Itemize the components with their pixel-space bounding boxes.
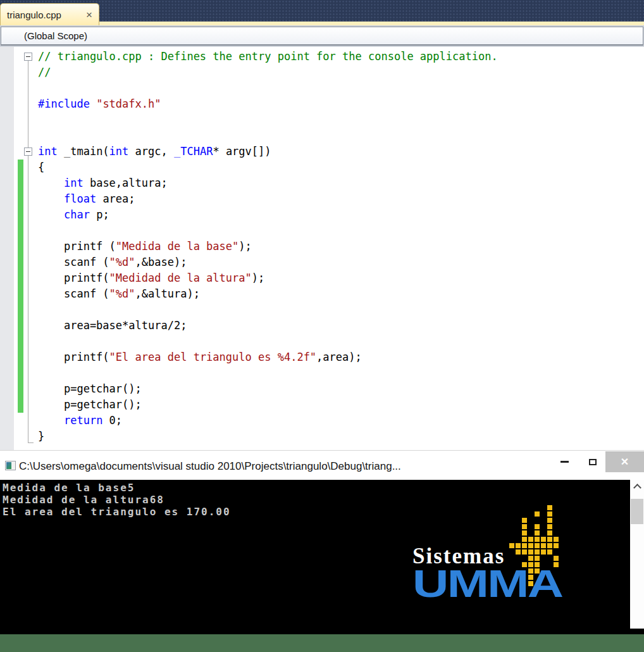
document-tab-strip: triangulo.cpp ×	[0, 0, 644, 25]
code-line: p=getchar();	[38, 397, 498, 413]
console-app-icon	[5, 461, 16, 470]
logo-title: UMMA	[412, 564, 562, 603]
tab-triangulo-cpp[interactable]: triangulo.cpp ×	[0, 3, 99, 25]
minimize-icon	[560, 461, 569, 463]
collapse-minus-icon[interactable]	[24, 147, 32, 156]
indicator-margin	[0, 47, 14, 450]
logo-subtitle: Sistemas	[412, 544, 505, 569]
code-line: area=base*altura/2;	[38, 318, 498, 334]
code-line: int _tmain(int argc, _TCHAR* argv[])	[38, 144, 498, 160]
bottom-strip	[0, 634, 644, 652]
console-window: C:\Users\omega\documents\visual studio 2…	[0, 450, 644, 634]
code-line: scanf ("%d",&altura);	[38, 286, 498, 302]
tab-close-icon[interactable]: ×	[86, 9, 92, 20]
scope-dropdown[interactable]: (Global Scope)	[1, 27, 643, 46]
code-line: p=getchar();	[38, 381, 498, 397]
console-output-line: Medida de la base5	[3, 482, 231, 494]
ide-window: triangulo.cpp × (Global Scope) // triang…	[0, 0, 644, 652]
console-output-line: El area del triangulo es 170.00	[3, 506, 231, 518]
change-tracking-bar	[18, 160, 23, 413]
outline-guide-line	[28, 61, 28, 443]
console-scrollbar[interactable]	[630, 480, 644, 629]
code-text: // triangulo.cpp : Defines the entry poi…	[38, 49, 498, 444]
code-line: int base,altura;	[38, 175, 498, 191]
code-line: scanf ("%d",&base);	[38, 254, 498, 270]
code-line: }	[38, 429, 498, 444]
console-output: Medida de la base5Medidad de la altura68…	[3, 482, 231, 518]
code-line: //	[38, 65, 498, 80]
code-line: {	[38, 160, 498, 175]
navigation-bar: (Global Scope)	[0, 25, 644, 47]
scroll-up-button[interactable]	[630, 480, 644, 492]
code-line: float area;	[38, 191, 498, 207]
maximize-button[interactable]	[580, 451, 605, 472]
console-title-bar[interactable]: C:\Users\omega\documents\visual studio 2…	[0, 450, 644, 480]
code-line	[38, 128, 498, 144]
minimize-button[interactable]	[552, 451, 577, 472]
code-line: char p;	[38, 207, 498, 223]
tab-title: triangulo.cpp	[1, 9, 61, 20]
console-title-text: C:\Users\omega\documents\visual studio 2…	[19, 451, 401, 480]
code-line	[38, 302, 498, 318]
code-line: printf("Medidad de la altura");	[38, 270, 498, 286]
code-line: printf("El area del triangulo es %4.2f",…	[38, 349, 498, 365]
code-line: printf ("Medida de la base");	[38, 239, 498, 254]
scope-dropdown-value: (Global Scope)	[1, 30, 87, 41]
scrollbar-thumb[interactable]	[631, 499, 643, 524]
code-line	[38, 334, 498, 349]
code-line: return 0;	[38, 413, 498, 429]
collapse-minus-icon[interactable]	[24, 53, 32, 61]
code-line: // triangulo.cpp : Defines the entry poi…	[38, 49, 498, 65]
chevron-up-icon	[633, 484, 641, 492]
code-line	[38, 80, 498, 96]
code-editor[interactable]: // triangulo.cpp : Defines the entry poi…	[0, 47, 644, 450]
outline-guide-end	[28, 442, 34, 443]
close-icon: ✕	[621, 456, 629, 468]
code-line: #include "stdafx.h"	[38, 96, 498, 112]
maximize-icon	[589, 459, 597, 465]
code-line	[38, 112, 498, 128]
close-button[interactable]: ✕	[605, 451, 644, 472]
code-line	[38, 223, 498, 239]
code-line	[38, 365, 498, 381]
console-output-line: Medidad de la altura68	[3, 494, 231, 506]
